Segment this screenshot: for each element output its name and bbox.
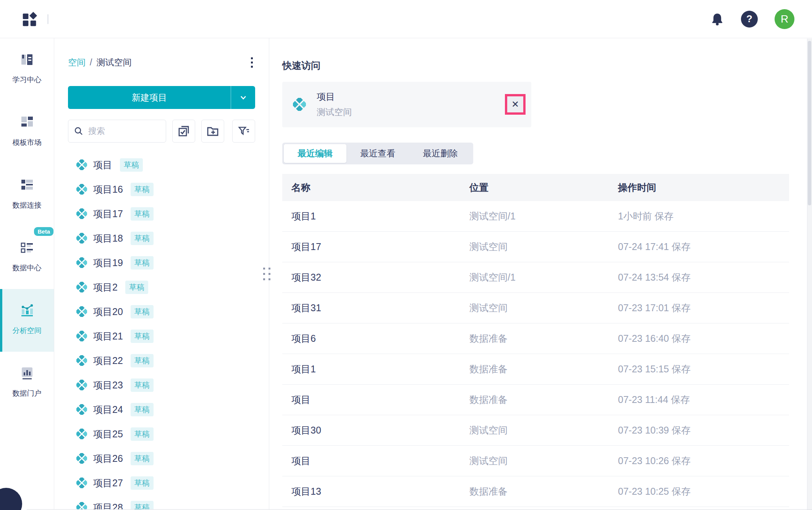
cell-location: 数据准备 xyxy=(469,332,617,345)
table-row[interactable]: 项目6 数据准备 07-23 16:40 保存 xyxy=(282,323,789,354)
panel-resize-handle[interactable] xyxy=(263,268,270,280)
top-bar: ? R xyxy=(0,0,812,38)
draft-badge: 草稿 xyxy=(131,452,154,465)
list-item[interactable]: 项目26 草稿 xyxy=(76,446,255,471)
cell-name: 项目1 xyxy=(282,363,469,375)
project-name: 项目21 xyxy=(93,330,123,343)
data-portal-icon xyxy=(19,365,35,381)
list-item[interactable]: 项目28 草稿 xyxy=(76,495,255,510)
cell-name: 项目13 xyxy=(282,485,469,498)
batch-select-icon xyxy=(178,125,190,137)
project-diamond-icon xyxy=(76,257,87,268)
search-input[interactable] xyxy=(87,126,160,136)
list-item[interactable]: 项目2 草稿 xyxy=(76,275,255,299)
breadcrumb-root-link[interactable]: 空间 xyxy=(68,57,86,68)
help-icon[interactable]: ? xyxy=(741,11,758,28)
quick-access-card[interactable]: 项目 测试空间 ✕ xyxy=(282,82,531,127)
vertical-scrollbar[interactable] xyxy=(807,39,812,510)
tab-recently-edited[interactable]: 最近编辑 xyxy=(284,144,346,163)
list-item[interactable]: 项目24 草稿 xyxy=(76,397,255,422)
quick-card-space-name: 测试空间 xyxy=(317,106,352,118)
notifications-bell-icon[interactable] xyxy=(710,12,724,26)
list-item[interactable]: 项目17 草稿 xyxy=(76,201,255,226)
quick-access-title: 快速访问 xyxy=(282,59,812,72)
list-item[interactable]: 项目 草稿 xyxy=(76,153,255,177)
sidebar-item-learning-center[interactable]: 学习中心 xyxy=(0,38,54,101)
table-row[interactable]: 项目1 测试空间/1 1小时前 保存 xyxy=(282,201,789,232)
app-body: 学习中心 模板市场 xyxy=(0,38,812,510)
project-diamond-icon xyxy=(76,233,87,244)
app-logo-icon[interactable] xyxy=(22,11,37,27)
table-row[interactable]: 项目32 测试空间/1 07-24 13:54 保存 xyxy=(282,262,789,293)
project-name: 项目18 xyxy=(93,232,123,245)
project-name: 项目26 xyxy=(93,452,123,465)
sidebar-item-template-market[interactable]: 模板市场 xyxy=(0,101,54,164)
table-row[interactable]: 项目13 数据准备 07-23 10:25 保存 xyxy=(282,476,789,507)
new-folder-button[interactable] xyxy=(201,120,224,143)
breadcrumb-separator: / xyxy=(90,57,92,68)
scrollbar-thumb[interactable] xyxy=(808,41,811,205)
table-row[interactable]: 项目 测试空间 07-23 10:26 保存 xyxy=(282,446,789,476)
sidebar-item-data-center[interactable]: Beta 数据中心 xyxy=(0,226,54,289)
list-item[interactable]: 项目27 草稿 xyxy=(76,471,255,495)
user-avatar[interactable]: R xyxy=(775,9,794,29)
new-folder-icon xyxy=(206,125,219,138)
draft-badge: 草稿 xyxy=(131,501,154,510)
table-header: 名称 位置 操作时间 xyxy=(282,174,789,201)
cell-name: 项目6 xyxy=(282,332,469,345)
project-diamond-icon xyxy=(76,306,87,317)
project-name: 项目20 xyxy=(93,305,123,318)
list-item[interactable]: 项目16 草稿 xyxy=(76,177,255,201)
list-item[interactable]: 项目21 草稿 xyxy=(76,324,255,348)
cell-time: 07-23 10:26 保存 xyxy=(617,455,789,467)
bottom-edge-line xyxy=(27,509,812,510)
analysis-space-icon xyxy=(19,303,35,318)
cell-location: 测试空间/1 xyxy=(469,271,617,284)
sidebar-item-label: 分析空间 xyxy=(13,326,42,336)
project-diamond-icon xyxy=(76,502,87,510)
close-quick-card-button[interactable]: ✕ xyxy=(507,96,523,112)
cell-time: 07-24 13:54 保存 xyxy=(617,271,789,284)
project-name: 项目28 xyxy=(93,501,123,510)
project-diamond-icon xyxy=(76,453,87,464)
tab-recently-viewed[interactable]: 最近查看 xyxy=(346,144,409,163)
cell-location: 测试空间 xyxy=(469,424,617,437)
project-name: 项目23 xyxy=(93,379,123,391)
draft-badge: 草稿 xyxy=(131,305,154,318)
table-row[interactable]: 项目17 测试空间 07-24 17:41 保存 xyxy=(282,232,789,262)
draft-badge: 草稿 xyxy=(131,476,154,490)
primary-sidebar: 学习中心 模板市场 xyxy=(0,38,54,510)
sidebar-item-data-connection[interactable]: 数据连接 xyxy=(0,164,54,226)
column-header-name: 名称 xyxy=(282,181,469,194)
table-row[interactable]: 项目31 测试空间 07-23 17:01 保存 xyxy=(282,293,789,323)
cell-location: 数据准备 xyxy=(469,363,617,375)
list-item[interactable]: 项目19 草稿 xyxy=(76,250,255,275)
project-name: 项目22 xyxy=(93,354,123,367)
list-item[interactable]: 项目20 草稿 xyxy=(76,299,255,324)
close-icon: ✕ xyxy=(511,99,519,110)
new-project-dropdown-button[interactable] xyxy=(231,86,255,109)
data-center-icon xyxy=(19,240,35,255)
batch-select-button[interactable] xyxy=(172,120,195,143)
filter-button[interactable] xyxy=(232,120,255,143)
sidebar-item-data-portal[interactable]: 数据门户 xyxy=(0,352,54,414)
list-item[interactable]: 项目18 草稿 xyxy=(76,226,255,250)
tab-recently-deleted[interactable]: 最近删除 xyxy=(409,144,472,163)
topbar-divider xyxy=(47,14,49,24)
table-row[interactable]: 项目1 数据准备 07-23 15:15 保存 xyxy=(282,354,789,385)
project-diamond-icon xyxy=(76,159,87,170)
project-diamond-icon xyxy=(76,282,87,292)
project-diamond-icon xyxy=(76,355,87,366)
table-body: 项目1 测试空间/1 1小时前 保存 项目17 测试空间 07-24 17:41… xyxy=(282,201,789,507)
draft-badge: 草稿 xyxy=(131,207,154,221)
list-item[interactable]: 项目25 草稿 xyxy=(76,422,255,446)
more-options-icon[interactable] xyxy=(249,55,255,70)
sidebar-item-analysis-space[interactable]: 分析空间 xyxy=(0,289,54,352)
table-row[interactable]: 项目30 测试空间 07-23 10:39 保存 xyxy=(282,415,789,446)
cell-name: 项目32 xyxy=(282,271,469,284)
table-row[interactable]: 项目 数据准备 07-23 11:44 保存 xyxy=(282,385,789,415)
list-item[interactable]: 项目22 草稿 xyxy=(76,348,255,373)
list-item[interactable]: 项目23 草稿 xyxy=(76,373,255,397)
cell-name: 项目17 xyxy=(282,240,469,253)
new-project-button[interactable]: 新建项目 xyxy=(68,86,231,109)
